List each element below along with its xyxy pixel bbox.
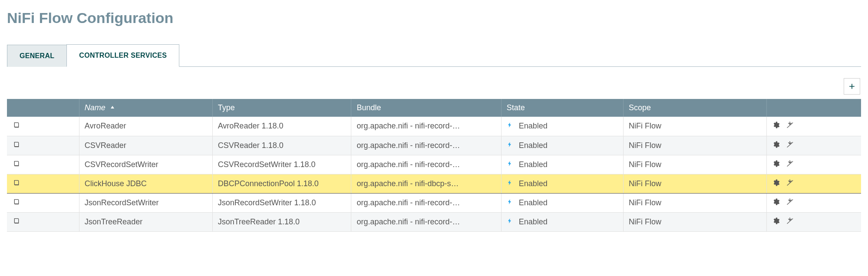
disable-icon[interactable] xyxy=(786,179,794,189)
cell-type: CSVRecordSetWriter 1.18.0 xyxy=(212,155,351,174)
state-label: Enabled xyxy=(519,141,548,150)
row-doc-icon-cell xyxy=(7,212,79,231)
cell-scope: NiFi Flow xyxy=(624,117,767,136)
cell-state: Enabled xyxy=(501,193,623,212)
cell-name: CSVReader xyxy=(79,136,212,155)
col-header-name-label: Name xyxy=(85,103,106,112)
cell-name: CSVRecordSetWriter xyxy=(79,155,212,174)
book-icon[interactable] xyxy=(12,141,21,150)
sort-asc-icon xyxy=(110,102,115,112)
configure-gear-icon[interactable] xyxy=(772,217,780,227)
configure-gear-icon[interactable] xyxy=(772,179,780,189)
controller-services-table: Name Type Bundle State Scope AvroReaderA… xyxy=(7,99,861,232)
cell-actions xyxy=(767,117,861,136)
enabled-bolt-icon xyxy=(507,197,513,208)
cell-state: Enabled xyxy=(501,212,623,231)
cell-bundle: org.apache.nifi - nifi-record-… xyxy=(351,136,501,155)
tab-controller-services[interactable]: CONTROLLER SERVICES xyxy=(66,44,179,67)
cell-state: Enabled xyxy=(501,174,623,193)
page-title: NiFi Flow Configuration xyxy=(7,10,861,26)
cell-bundle: org.apache.nifi - nifi-record-… xyxy=(351,155,501,174)
cell-name: JsonRecordSetWriter xyxy=(79,193,212,212)
cell-state: Enabled xyxy=(501,136,623,155)
state-label: Enabled xyxy=(519,198,548,207)
cell-scope: NiFi Flow xyxy=(624,155,767,174)
cell-actions xyxy=(767,174,861,193)
configure-gear-icon[interactable] xyxy=(772,141,780,151)
col-header-bundle[interactable]: Bundle xyxy=(351,99,501,117)
book-icon[interactable] xyxy=(12,179,21,188)
cell-bundle: org.apache.nifi - nifi-record-… xyxy=(351,193,501,212)
configure-gear-icon[interactable] xyxy=(772,121,780,131)
book-icon[interactable] xyxy=(12,160,21,169)
cell-name: AvroReader xyxy=(79,117,212,136)
configure-gear-icon[interactable] xyxy=(772,160,780,170)
cell-state: Enabled xyxy=(501,155,623,174)
configure-gear-icon[interactable] xyxy=(772,198,780,208)
disable-icon[interactable] xyxy=(786,160,794,170)
cell-type: CSVReader 1.18.0 xyxy=(212,136,351,155)
enabled-bolt-icon xyxy=(507,178,513,189)
disable-icon[interactable] xyxy=(786,198,794,208)
state-label: Enabled xyxy=(519,160,548,169)
table-row[interactable]: JsonRecordSetWriterJsonRecordSetWriter 1… xyxy=(7,193,861,212)
col-header-icon[interactable] xyxy=(7,99,79,117)
cell-bundle: org.apache.nifi - nifi-dbcp-s… xyxy=(351,174,501,193)
enabled-bolt-icon xyxy=(507,217,513,227)
cell-actions xyxy=(767,136,861,155)
table-row[interactable]: JsonTreeReaderJsonTreeReader 1.18.0org.a… xyxy=(7,212,861,231)
table-row[interactable]: CSVReaderCSVReader 1.18.0org.apache.nifi… xyxy=(7,136,861,155)
cell-actions xyxy=(767,155,861,174)
book-icon[interactable] xyxy=(12,217,21,226)
cell-name: JsonTreeReader xyxy=(79,212,212,231)
cell-actions xyxy=(767,193,861,212)
cell-bundle: org.apache.nifi - nifi-record-… xyxy=(351,117,501,136)
enabled-bolt-icon xyxy=(507,140,513,151)
cell-name: ClickHouse JDBC xyxy=(79,174,212,193)
state-label: Enabled xyxy=(519,217,548,227)
row-doc-icon-cell xyxy=(7,155,79,174)
table-header-row: Name Type Bundle State Scope xyxy=(7,99,861,117)
disable-icon[interactable] xyxy=(786,217,794,227)
cell-scope: NiFi Flow xyxy=(624,193,767,212)
cell-type: JsonTreeReader 1.18.0 xyxy=(212,212,351,231)
table-row[interactable]: CSVRecordSetWriterCSVRecordSetWriter 1.1… xyxy=(7,155,861,174)
state-label: Enabled xyxy=(519,122,548,131)
cell-bundle: org.apache.nifi - nifi-record-… xyxy=(351,212,501,231)
row-doc-icon-cell xyxy=(7,193,79,212)
row-doc-icon-cell xyxy=(7,117,79,136)
disable-icon[interactable] xyxy=(786,141,794,151)
add-controller-service-button[interactable] xyxy=(844,78,860,95)
tab-general[interactable]: GENERAL xyxy=(7,45,66,67)
disable-icon[interactable] xyxy=(786,121,794,131)
col-header-type[interactable]: Type xyxy=(212,99,351,117)
book-icon[interactable] xyxy=(12,198,21,207)
cell-scope: NiFi Flow xyxy=(624,174,767,193)
col-header-scope[interactable]: Scope xyxy=(624,99,767,117)
cell-type: DBCPConnectionPool 1.18.0 xyxy=(212,174,351,193)
row-doc-icon-cell xyxy=(7,174,79,193)
table-row[interactable]: ClickHouse JDBCDBCPConnectionPool 1.18.0… xyxy=(7,174,861,193)
cell-state: Enabled xyxy=(501,117,623,136)
cell-scope: NiFi Flow xyxy=(624,212,767,231)
cell-type: AvroReader 1.18.0 xyxy=(212,117,351,136)
col-header-state[interactable]: State xyxy=(501,99,623,117)
enabled-bolt-icon xyxy=(507,121,513,131)
state-label: Enabled xyxy=(519,179,548,188)
row-doc-icon-cell xyxy=(7,136,79,155)
enabled-bolt-icon xyxy=(507,159,513,170)
col-header-actions xyxy=(767,99,861,117)
plus-icon xyxy=(848,82,856,91)
cell-type: JsonRecordSetWriter 1.18.0 xyxy=(212,193,351,212)
tab-bar: GENERALCONTROLLER SERVICES xyxy=(7,44,861,67)
table-row[interactable]: AvroReaderAvroReader 1.18.0org.apache.ni… xyxy=(7,117,861,136)
cell-scope: NiFi Flow xyxy=(624,136,767,155)
cell-actions xyxy=(767,212,861,231)
col-header-name[interactable]: Name xyxy=(79,99,212,117)
book-icon[interactable] xyxy=(12,122,21,130)
